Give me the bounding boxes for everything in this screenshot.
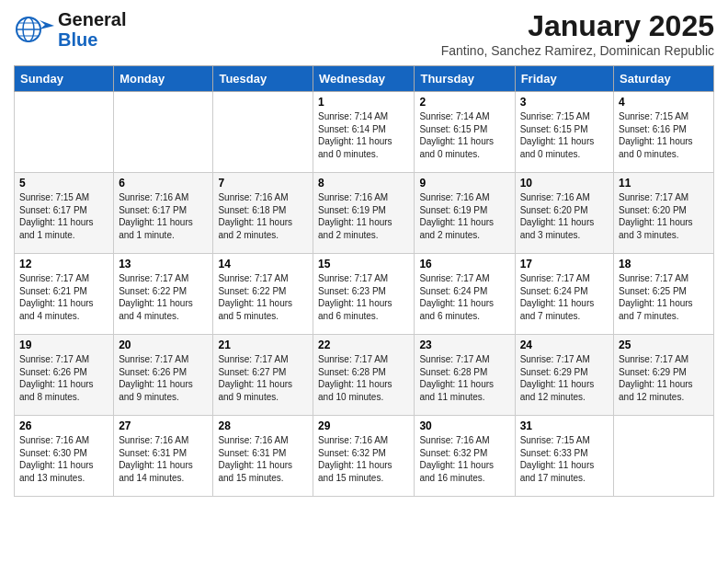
day-info: Sunrise: 7:16 AM Sunset: 6:18 PM Dayligh… <box>218 191 308 241</box>
logo-line1: General <box>58 9 126 29</box>
day-of-week-header: Wednesday <box>313 66 415 92</box>
calendar-cell: 17Sunrise: 7:17 AM Sunset: 6:24 PM Dayli… <box>515 254 613 335</box>
calendar-cell: 16Sunrise: 7:17 AM Sunset: 6:24 PM Dayli… <box>415 254 515 335</box>
day-info: Sunrise: 7:17 AM Sunset: 6:28 PM Dayligh… <box>318 353 409 403</box>
day-number: 31 <box>520 419 609 432</box>
calendar-cell: 12Sunrise: 7:17 AM Sunset: 6:21 PM Dayli… <box>15 254 114 335</box>
calendar-cell: 13Sunrise: 7:17 AM Sunset: 6:22 PM Dayli… <box>114 254 213 335</box>
day-of-week-header: Monday <box>114 66 213 92</box>
logo: General Blue <box>14 9 126 50</box>
day-number: 22 <box>318 339 409 351</box>
calendar-cell: 25Sunrise: 7:17 AM Sunset: 6:29 PM Dayli… <box>614 335 714 416</box>
day-number: 18 <box>619 258 709 270</box>
calendar-cell: 22Sunrise: 7:17 AM Sunset: 6:28 PM Dayli… <box>313 335 415 416</box>
svg-marker-5 <box>40 20 54 29</box>
day-info: Sunrise: 7:17 AM Sunset: 6:29 PM Dayligh… <box>619 353 709 403</box>
day-info: Sunrise: 7:15 AM Sunset: 6:16 PM Dayligh… <box>619 110 709 160</box>
day-info: Sunrise: 7:17 AM Sunset: 6:20 PM Dayligh… <box>619 191 709 241</box>
calendar-cell: 11Sunrise: 7:17 AM Sunset: 6:20 PM Dayli… <box>614 173 714 254</box>
day-number: 5 <box>19 177 108 190</box>
day-info: Sunrise: 7:17 AM Sunset: 6:21 PM Dayligh… <box>19 272 108 322</box>
day-of-week-header: Sunday <box>15 66 114 92</box>
calendar-week-row: 1Sunrise: 7:14 AM Sunset: 6:14 PM Daylig… <box>15 92 714 173</box>
calendar-cell: 30Sunrise: 7:16 AM Sunset: 6:32 PM Dayli… <box>415 416 515 497</box>
calendar-cell <box>213 92 313 173</box>
day-of-week-header: Tuesday <box>213 66 313 92</box>
calendar-cell: 14Sunrise: 7:17 AM Sunset: 6:22 PM Dayli… <box>213 254 313 335</box>
day-info: Sunrise: 7:16 AM Sunset: 6:19 PM Dayligh… <box>318 191 409 241</box>
day-number: 26 <box>19 419 108 432</box>
calendar-cell: 29Sunrise: 7:16 AM Sunset: 6:32 PM Dayli… <box>313 416 415 497</box>
day-info: Sunrise: 7:14 AM Sunset: 6:14 PM Dayligh… <box>318 110 409 160</box>
calendar-week-row: 12Sunrise: 7:17 AM Sunset: 6:21 PM Dayli… <box>15 254 714 335</box>
calendar-week-row: 5Sunrise: 7:15 AM Sunset: 6:17 PM Daylig… <box>15 173 714 254</box>
day-number: 4 <box>619 96 709 109</box>
day-info: Sunrise: 7:17 AM Sunset: 6:24 PM Dayligh… <box>520 272 609 322</box>
day-info: Sunrise: 7:16 AM Sunset: 6:30 PM Dayligh… <box>19 434 108 484</box>
day-number: 20 <box>119 339 208 351</box>
calendar-cell <box>614 416 714 497</box>
day-number: 8 <box>318 177 409 190</box>
calendar-cell: 21Sunrise: 7:17 AM Sunset: 6:27 PM Dayli… <box>213 335 313 416</box>
calendar-cell: 6Sunrise: 7:16 AM Sunset: 6:17 PM Daylig… <box>114 173 213 254</box>
day-info: Sunrise: 7:16 AM Sunset: 6:31 PM Dayligh… <box>218 434 308 484</box>
day-info: Sunrise: 7:17 AM Sunset: 6:22 PM Dayligh… <box>119 272 208 322</box>
calendar-cell: 8Sunrise: 7:16 AM Sunset: 6:19 PM Daylig… <box>313 173 415 254</box>
calendar-table: SundayMondayTuesdayWednesdayThursdayFrid… <box>14 65 714 497</box>
month-title: January 2025 <box>441 9 714 43</box>
day-number: 2 <box>419 96 509 109</box>
day-number: 24 <box>520 339 609 351</box>
day-number: 12 <box>19 258 108 270</box>
day-number: 19 <box>19 339 108 351</box>
calendar-cell: 23Sunrise: 7:17 AM Sunset: 6:28 PM Dayli… <box>415 335 515 416</box>
calendar-cell: 9Sunrise: 7:16 AM Sunset: 6:19 PM Daylig… <box>415 173 515 254</box>
day-number: 7 <box>218 177 308 190</box>
page-header: General Blue January 2025 Fantino, Sanch… <box>14 9 714 58</box>
day-number: 30 <box>419 419 509 432</box>
calendar-cell: 3Sunrise: 7:15 AM Sunset: 6:15 PM Daylig… <box>515 92 613 173</box>
day-info: Sunrise: 7:17 AM Sunset: 6:29 PM Dayligh… <box>520 353 609 403</box>
day-info: Sunrise: 7:17 AM Sunset: 6:26 PM Dayligh… <box>19 353 108 403</box>
day-number: 17 <box>520 258 609 270</box>
logo-line2: Blue <box>58 29 126 50</box>
day-number: 9 <box>419 177 509 190</box>
calendar-cell: 15Sunrise: 7:17 AM Sunset: 6:23 PM Dayli… <box>313 254 415 335</box>
day-info: Sunrise: 7:16 AM Sunset: 6:32 PM Dayligh… <box>419 434 509 484</box>
calendar-cell: 28Sunrise: 7:16 AM Sunset: 6:31 PM Dayli… <box>213 416 313 497</box>
day-info: Sunrise: 7:15 AM Sunset: 6:17 PM Dayligh… <box>19 191 108 241</box>
day-info: Sunrise: 7:16 AM Sunset: 6:32 PM Dayligh… <box>318 434 409 484</box>
calendar-cell: 10Sunrise: 7:16 AM Sunset: 6:20 PM Dayli… <box>515 173 613 254</box>
calendar-week-row: 19Sunrise: 7:17 AM Sunset: 6:26 PM Dayli… <box>15 335 714 416</box>
day-info: Sunrise: 7:16 AM Sunset: 6:20 PM Dayligh… <box>520 191 609 241</box>
day-number: 16 <box>419 258 509 270</box>
calendar-cell: 20Sunrise: 7:17 AM Sunset: 6:26 PM Dayli… <box>114 335 213 416</box>
day-number: 3 <box>520 96 609 109</box>
day-info: Sunrise: 7:17 AM Sunset: 6:22 PM Dayligh… <box>218 272 308 322</box>
calendar-cell <box>114 92 213 173</box>
day-number: 23 <box>419 339 509 351</box>
calendar-cell <box>15 92 114 173</box>
day-info: Sunrise: 7:17 AM Sunset: 6:26 PM Dayligh… <box>119 353 208 403</box>
day-of-week-header: Friday <box>515 66 613 92</box>
calendar-cell: 18Sunrise: 7:17 AM Sunset: 6:25 PM Dayli… <box>614 254 714 335</box>
day-info: Sunrise: 7:16 AM Sunset: 6:31 PM Dayligh… <box>119 434 208 484</box>
calendar-header-row: SundayMondayTuesdayWednesdayThursdayFrid… <box>15 66 714 92</box>
day-info: Sunrise: 7:15 AM Sunset: 6:15 PM Dayligh… <box>520 110 609 160</box>
calendar-cell: 19Sunrise: 7:17 AM Sunset: 6:26 PM Dayli… <box>15 335 114 416</box>
calendar-week-row: 26Sunrise: 7:16 AM Sunset: 6:30 PM Dayli… <box>15 416 714 497</box>
day-number: 21 <box>218 339 308 351</box>
calendar-cell: 27Sunrise: 7:16 AM Sunset: 6:31 PM Dayli… <box>114 416 213 497</box>
day-info: Sunrise: 7:15 AM Sunset: 6:33 PM Dayligh… <box>520 434 609 484</box>
day-number: 6 <box>119 177 208 190</box>
day-number: 15 <box>318 258 409 270</box>
calendar-cell: 4Sunrise: 7:15 AM Sunset: 6:16 PM Daylig… <box>614 92 714 173</box>
day-info: Sunrise: 7:17 AM Sunset: 6:27 PM Dayligh… <box>218 353 308 403</box>
day-number: 28 <box>218 419 308 432</box>
day-number: 29 <box>318 419 409 432</box>
subtitle: Fantino, Sanchez Ramirez, Dominican Repu… <box>441 43 714 58</box>
title-block: January 2025 Fantino, Sanchez Ramirez, D… <box>441 9 714 58</box>
calendar-cell: 1Sunrise: 7:14 AM Sunset: 6:14 PM Daylig… <box>313 92 415 173</box>
day-of-week-header: Thursday <box>415 66 515 92</box>
day-info: Sunrise: 7:17 AM Sunset: 6:25 PM Dayligh… <box>619 272 709 322</box>
calendar-cell: 31Sunrise: 7:15 AM Sunset: 6:33 PM Dayli… <box>515 416 613 497</box>
